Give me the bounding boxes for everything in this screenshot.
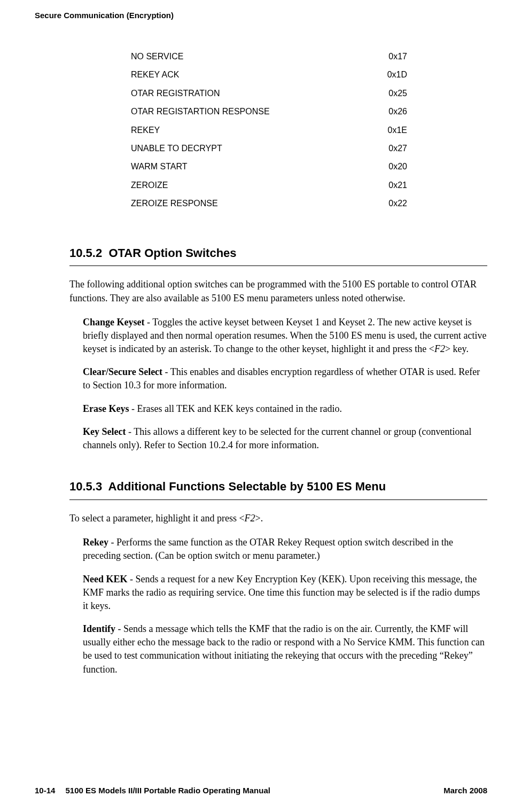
table-cell-code: 0x17 (357, 48, 434, 66)
footer-left: 10-14 5100 ES Models II/III Portable Rad… (35, 785, 270, 796)
section-title: Additional Functions Selectable by 5100 … (108, 480, 386, 493)
table-cell-name: NO SERVICE (131, 48, 357, 66)
item-label: Key Select (83, 426, 126, 437)
section-additional-functions: 10.5.3 Additional Functions Selectable b… (35, 479, 487, 676)
section-rule (69, 499, 487, 500)
item-label: Need KEK (83, 574, 128, 584)
item-text: - Sends a message which tells the KMF th… (83, 623, 485, 675)
intro-pre: To select a parameter, highlight it and … (69, 513, 245, 524)
item-erase-keys: Erase Keys - Erases all TEK and KEK keys… (83, 402, 487, 416)
table-cell-code: 0x26 (357, 103, 434, 121)
table-cell-name: REKEY (131, 121, 357, 139)
item-text: - This allows a different key to be sele… (83, 426, 472, 450)
table-cell-code: 0x1E (357, 121, 434, 139)
key-f2: F2 (245, 513, 255, 524)
item-need-kek: Need KEK - Sends a request for a new Key… (83, 573, 487, 613)
item-key-select: Key Select - This allows a different key… (83, 425, 487, 452)
item-label: Erase Keys (83, 403, 129, 414)
table-row: WARM START0x20 (131, 158, 434, 176)
item-text: - Performs the same function as the OTAR… (83, 537, 453, 561)
table-cell-code: 0x21 (357, 176, 434, 194)
section-number: 10.5.3 (69, 480, 102, 493)
table-cell-code: 0x27 (357, 139, 434, 158)
intro-post: >. (255, 513, 263, 524)
table-cell-name: OTAR REGISTARTION RESPONSE (131, 103, 357, 121)
item-text-tail: > key. (445, 343, 469, 354)
table-row: OTAR REGISTARTION RESPONSE0x26 (131, 103, 434, 121)
table-cell-name: UNABLE TO DECRYPT (131, 139, 357, 158)
table-cell-name: ZEROIZE RESPONSE (131, 194, 357, 213)
table-cell-name: ZEROIZE (131, 176, 357, 194)
table-cell-code: 0x25 (357, 84, 434, 103)
table-row: NO SERVICE0x17 (131, 48, 434, 66)
header-title: Secure Communication (Encryption) (35, 11, 174, 20)
section-otar-switches: 10.5.2 OTAR Option Switches The followin… (35, 245, 487, 452)
section-title: OTAR Option Switches (108, 246, 236, 260)
table-row: REKEY0x1E (131, 121, 434, 139)
section-intro-2: To select a parameter, highlight it and … (69, 512, 487, 525)
table-row: UNABLE TO DECRYPT0x27 (131, 139, 434, 158)
section-intro: The following additional option switches… (69, 278, 487, 304)
item-clear-secure: Clear/Secure Select - This enables and d… (83, 365, 487, 392)
code-table: NO SERVICE0x17REKEY ACK0x1DOTAR REGISTRA… (131, 48, 434, 213)
item-label: Rekey (83, 537, 108, 548)
table-cell-name: OTAR REGISTRATION (131, 84, 357, 103)
item-rekey: Rekey - Performs the same function as th… (83, 536, 487, 563)
table-row: OTAR REGISTRATION0x25 (131, 84, 434, 103)
section-rule (69, 266, 487, 266)
table-row: ZEROIZE RESPONSE0x22 (131, 194, 434, 213)
section-number: 10.5.2 (69, 246, 102, 260)
section-heading-1: 10.5.2 OTAR Option Switches (69, 245, 487, 262)
table-cell-code: 0x1D (357, 66, 434, 84)
item-text: - Sends a request for a new Key Encrypti… (83, 574, 480, 611)
table-cell-name: REKEY ACK (131, 66, 357, 84)
table-row: ZEROIZE0x21 (131, 176, 434, 194)
table-row: REKEY ACK0x1D (131, 66, 434, 84)
page-header: Secure Communication (Encryption) (35, 10, 487, 21)
item-label: Identify (83, 623, 115, 634)
item-label: Change Keyset (83, 317, 145, 327)
item-label: Clear/Secure Select (83, 366, 162, 377)
key-f2: F2 (434, 343, 445, 354)
table-cell-code: 0x22 (357, 194, 434, 213)
item-text: - Erases all TEK and KEK keys contained … (129, 403, 342, 414)
footer-right: March 2008 (443, 785, 487, 796)
item-change-keyset: Change Keyset - Toggles the active keyse… (83, 316, 487, 356)
section-heading-2: 10.5.3 Additional Functions Selectable b… (69, 479, 487, 495)
page-footer: 10-14 5100 ES Models II/III Portable Rad… (35, 785, 487, 796)
table-cell-name: WARM START (131, 158, 357, 176)
table-cell-code: 0x20 (357, 158, 434, 176)
item-identify: Identify - Sends a message which tells t… (83, 622, 487, 676)
